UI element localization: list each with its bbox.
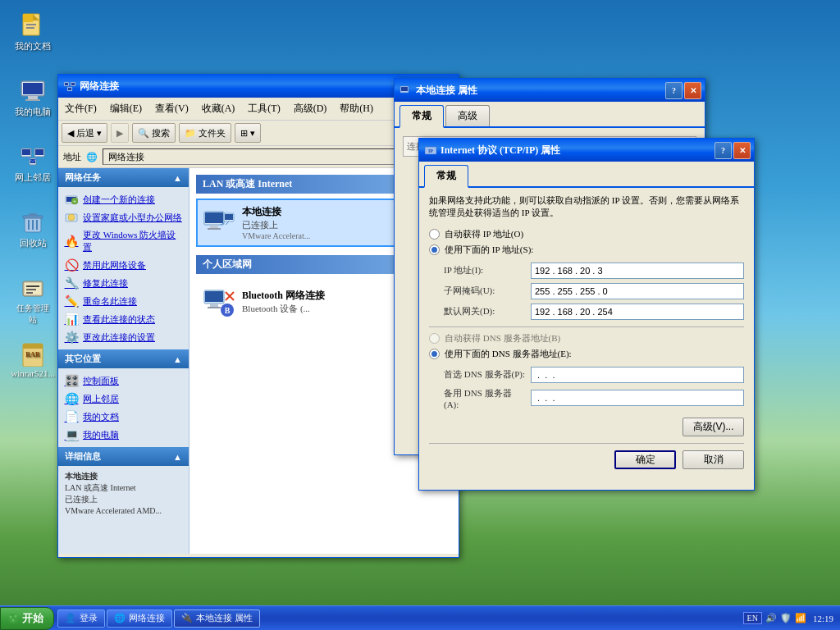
svg-rect-52	[205, 291, 223, 302]
desktop-icon-recycle[interactable]: 回收站	[7, 209, 59, 249]
sidebar-view-status[interactable]: 📊 查看此连接的状态	[58, 310, 189, 328]
view-status-icon: 📊	[65, 313, 78, 326]
sidebar-firewall[interactable]: 🔥 更改 Windows 防火墙设置	[58, 226, 189, 256]
taskbar-local-props[interactable]: 🔌 本地连接 属性	[174, 609, 260, 628]
props-titlebar[interactable]: 本地连接 属性 ? ✕	[395, 79, 705, 102]
winrar-label: winrar521...	[7, 368, 59, 378]
props-title-icon	[399, 84, 413, 97]
gateway-input[interactable]	[531, 304, 744, 320]
neighbors-icon: 🌐	[65, 392, 78, 405]
network-tasks-header[interactable]: 网络任务 ▲	[58, 168, 189, 187]
tab-advanced[interactable]: 高级	[445, 105, 490, 126]
search-button[interactable]: 🔍 搜索	[132, 123, 176, 143]
network-window-title: 网络连接	[63, 80, 400, 94]
create-conn-icon: +	[65, 193, 78, 206]
taskbar-logon[interactable]: 👤 登录	[57, 609, 105, 628]
advanced-button[interactable]: 高级(V)...	[682, 418, 744, 436]
svg-rect-10	[22, 149, 30, 155]
desktop-icon-my-docs[interactable]: 我的文档	[7, 12, 59, 52]
network-neighborhood-icon	[20, 144, 46, 170]
desktop-icon-winrar[interactable]: RAR winrar521...	[7, 340, 59, 378]
folder-icon: 📁	[185, 128, 196, 139]
desktop-icon-admin[interactable]: 任务管理站	[7, 275, 59, 326]
subnet-row: 子网掩码(U):	[444, 283, 744, 299]
alternate-dns-input[interactable]	[531, 390, 744, 406]
subnet-input[interactable]	[531, 283, 744, 299]
ip-address-input[interactable]	[531, 262, 744, 279]
tcpip-ok-button[interactable]: 确定	[614, 450, 676, 469]
start-button[interactable]: 开始	[0, 607, 54, 630]
sidebar-disable-device[interactable]: 🚫 禁用此网络设备	[58, 256, 189, 274]
address-input[interactable]	[103, 148, 439, 165]
sidebar-create-connection[interactable]: + 创建一个新的连接	[58, 190, 189, 208]
svg-rect-46	[208, 228, 221, 230]
speaker-icon: 🔊	[765, 613, 777, 623]
menu-edit[interactable]: 编辑(E)	[103, 99, 148, 118]
sidebar-rename[interactable]: ✏️ 重命名此连接	[58, 292, 189, 310]
sidebar-repair[interactable]: 🔧 修复此连接	[58, 274, 189, 292]
my-computer-icon	[20, 78, 46, 104]
menu-favorites[interactable]: 收藏(A)	[195, 99, 242, 118]
tab-general[interactable]: 常规	[399, 105, 444, 128]
svg-rect-48	[225, 214, 233, 220]
desktop-icon-network[interactable]: 网上邻居	[7, 144, 59, 184]
alternate-dns-label: 备用 DNS 服务器(A):	[444, 387, 526, 409]
menu-view[interactable]: 查看(V)	[148, 99, 195, 118]
forward-button[interactable]: ▶	[111, 123, 129, 143]
menu-advanced[interactable]: 高级(D)	[287, 99, 334, 118]
tcpip-help-button[interactable]: ?	[714, 142, 732, 159]
manual-dns-radio[interactable]: 使用下面的 DNS 服务器地址(E):	[429, 348, 744, 360]
my-computer-label: 我的电脑	[7, 106, 59, 118]
recycle-bin-icon	[20, 209, 46, 235]
network-sidebar: 网络任务 ▲ + 创建一个新的连接 设置家庭或小型办公网络	[58, 168, 189, 554]
bottom-separator	[429, 443, 744, 444]
folders-button[interactable]: 📁 文件夹	[179, 123, 231, 143]
menu-tools[interactable]: 工具(T)	[241, 99, 286, 118]
desktop-icon-my-computer[interactable]: 我的电脑	[7, 78, 59, 118]
sidebar-change-settings[interactable]: ⚙️ 更改此连接的设置	[58, 328, 189, 346]
docs-icon: 📄	[65, 410, 78, 423]
taskbar-tray: EN 🔊 🛡️ 📶 12:19	[737, 612, 840, 624]
svg-text:+: +	[73, 199, 76, 205]
svg-rect-18	[23, 216, 43, 218]
details-header[interactable]: 详细信息 ▲	[58, 447, 189, 466]
other-places-header[interactable]: 其它位置 ▲	[58, 349, 189, 368]
menu-file[interactable]: 文件(F)	[58, 99, 103, 118]
svg-rect-27	[26, 292, 33, 294]
sidebar-my-computer[interactable]: 💻 我的电脑	[58, 426, 189, 444]
disable-icon: 🚫	[65, 258, 78, 272]
sidebar-network-neighbors[interactable]: 🌐 网上邻居	[58, 390, 189, 408]
tcpip-cancel-button[interactable]: 取消	[682, 450, 744, 469]
tcpip-close-button[interactable]: ✕	[733, 142, 751, 159]
taskbar-network-conn[interactable]: 🌐 网络连接	[107, 609, 172, 628]
svg-rect-26	[26, 289, 36, 290]
views-button[interactable]: ⊞ ▾	[235, 123, 261, 143]
desktop: 我的文档 我的电脑 网上邻居	[0, 0, 840, 630]
gateway-row: 默认网关(D):	[444, 304, 744, 320]
menu-help[interactable]: 帮助(H)	[333, 99, 380, 118]
auto-dns-radio[interactable]: 自动获得 DNS 服务器地址(B)	[429, 332, 744, 345]
preferred-dns-input[interactable]	[531, 367, 744, 383]
svg-rect-6	[23, 83, 43, 94]
svg-text:IP: IP	[428, 148, 433, 153]
setup-network-icon	[65, 211, 78, 224]
admin-label: 任务管理站	[7, 303, 59, 326]
props-help-button[interactable]: ?	[665, 82, 682, 99]
manual-ip-radio[interactable]: 使用下面的 IP 地址(S):	[429, 244, 744, 256]
tcpip-tab-general[interactable]: 常规	[424, 165, 468, 188]
sidebar-control-panel[interactable]: 🎛️ 控制面板	[58, 372, 189, 390]
svg-rect-44	[205, 212, 223, 223]
start-icon	[7, 613, 19, 624]
sidebar-setup-network[interactable]: 设置家庭或小型办公网络	[58, 208, 189, 226]
language-indicator[interactable]: EN	[743, 612, 762, 624]
svg-point-66	[12, 619, 15, 621]
sidebar-my-docs[interactable]: 📄 我的文档	[58, 408, 189, 426]
back-button[interactable]: ◀ 后退 ▾	[62, 123, 107, 143]
manual-dns-radio-indicator	[429, 349, 440, 359]
auto-ip-radio[interactable]: 自动获得 IP 地址(O)	[429, 228, 744, 240]
ip-address-row: IP 地址(I):	[444, 262, 744, 279]
props-close-button[interactable]: ✕	[684, 82, 701, 99]
tcpip-window: IP Internet 协议 (TCP/IP) 属性 ? ✕ 常规 如果网络支持…	[418, 138, 755, 491]
firewall-icon: 🔥	[65, 235, 78, 248]
tcpip-titlebar[interactable]: IP Internet 协议 (TCP/IP) 属性 ? ✕	[419, 139, 754, 162]
